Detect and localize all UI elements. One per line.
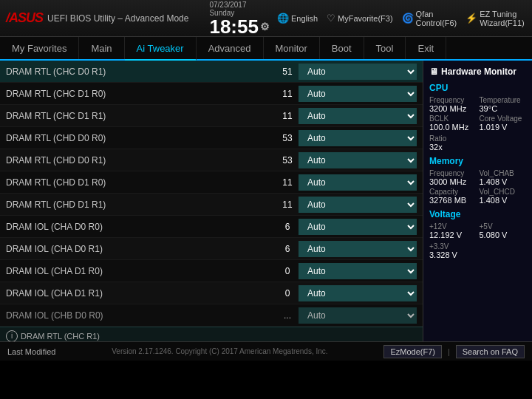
setting-row-0[interactable]: DRAM RTL (CHC D0 R1) 51 Auto <box>0 61 423 83</box>
dropdown-5[interactable]: Auto <box>299 174 417 191</box>
nav-boot[interactable]: Boot <box>320 37 364 59</box>
fan-icon: 🌀 <box>402 13 414 24</box>
info-text: DRAM RTL (CHC R1) <box>21 332 100 341</box>
search-faq-button[interactable]: Search on FAQ <box>456 345 525 358</box>
setting-row-6[interactable]: DRAM RTL (CHD D1 R1) 11 Auto <box>0 194 423 216</box>
nav-ai-tweaker[interactable]: Ai Tweaker <box>125 37 197 61</box>
ez-tuning-tool[interactable]: ⚡ EZ Tuning Wizard(F11) <box>466 10 525 27</box>
nav-advanced[interactable]: Advanced <box>197 37 264 59</box>
dropdown-6[interactable]: Auto <box>299 197 417 213</box>
cpu-core-voltage: Core Voltage 1.019 V <box>480 115 527 132</box>
full-header: /ASUS UEFI BIOS Utility – Advanced Mode … <box>0 0 532 37</box>
cpu-temp: Temperature 39°C <box>480 96 527 113</box>
language-icon: 🌐 <box>277 13 289 24</box>
voltage-section-title: Voltage <box>429 209 526 219</box>
memory-section-title: Memory <box>429 156 526 166</box>
info-icon: i <box>6 330 18 342</box>
dropdown-8[interactable]: Auto <box>299 241 417 257</box>
setting-row-7[interactable]: DRAM IOL (CHA D0 R0) 6 Auto <box>0 216 423 238</box>
setting-row-8[interactable]: DRAM IOL (CHA D0 R1) 6 Auto <box>0 238 423 260</box>
setting-row-1[interactable]: DRAM RTL (CHC D1 R0) 11 Auto <box>0 83 423 105</box>
dropdown-9[interactable]: Auto <box>299 263 417 279</box>
header-tools: 🌐 English ♡ MyFavorite(F3) 🌀 Qfan Contro… <box>277 10 532 27</box>
myfavorite-tool[interactable]: ♡ MyFavorite(F3) <box>327 13 393 24</box>
dropdown-1[interactable]: Auto <box>299 86 417 102</box>
mem-vol-chab: Vol_CHAB 1.408 V <box>480 169 527 186</box>
footer: Last Modified Version 2.17.1246. Copyrig… <box>0 341 532 361</box>
hardware-monitor-panel: 🖥 Hardware Monitor CPU Frequency 3200 MH… <box>423 61 532 341</box>
dropdown-4[interactable]: Auto <box>299 152 417 168</box>
hw-monitor-title: 🖥 Hardware Monitor <box>429 66 526 77</box>
nav-my-favorites[interactable]: My Favorites <box>0 37 79 59</box>
memory-grid: Frequency 3000 MHz Vol_CHAB 1.408 V Capa… <box>429 169 526 205</box>
asus-brand: /ASUS UEFI BIOS Utility – Advanced Mode <box>6 10 188 26</box>
english-tool[interactable]: 🌐 English <box>277 13 318 24</box>
time-display: 18:55 ⚙ <box>209 17 270 36</box>
volt-12v: +12V 12.192 V <box>429 222 477 239</box>
setting-row-10[interactable]: DRAM IOL (CHA D1 R1) 0 Auto <box>0 282 423 304</box>
ez-mode-button[interactable]: EzMode(F7) <box>383 345 442 358</box>
dropdown-7[interactable]: Auto <box>299 219 417 235</box>
bios-title: UEFI BIOS Utility – Advanced Mode <box>47 13 188 24</box>
navbar: My Favorites Main Ai Tweaker Advanced Mo… <box>0 37 532 61</box>
nav-exit[interactable]: Exit <box>406 37 446 59</box>
cpu-bclk: BCLK 100.0 MHz <box>429 115 477 132</box>
qfan-tool[interactable]: 🌀 Qfan Control(F6) <box>402 10 457 27</box>
dropdown-11[interactable]: Auto <box>299 307 417 324</box>
nav-tool[interactable]: Tool <box>364 37 406 59</box>
setting-row-3[interactable]: DRAM RTL (CHD D0 R0) 53 Auto <box>0 127 423 149</box>
mem-capacity: Capacity 32768 MB <box>429 188 477 205</box>
footer-separator: | <box>448 347 450 356</box>
footer-right: EzMode(F7) | Search on FAQ <box>383 345 525 358</box>
last-modified: Last Modified <box>7 347 55 356</box>
lightning-icon: ⚡ <box>466 13 477 24</box>
dropdown-2[interactable]: Auto <box>299 108 417 124</box>
nav-main[interactable]: Main <box>79 37 124 59</box>
dropdown-10[interactable]: Auto <box>299 285 417 301</box>
heart-icon: ♡ <box>327 13 335 24</box>
setting-row-11[interactable]: DRAM IOL (CHB D0 R0) ... Auto <box>0 304 423 327</box>
mem-vol-chcd: Vol_CHCD 1.408 V <box>480 188 527 205</box>
volt-33v: +3.3V 3.328 V <box>429 242 526 259</box>
mem-freq: Frequency 3000 MHz <box>429 169 477 186</box>
settings-panel: DRAM RTL (CHC D0 R1) 51 Auto DRAM RTL (C… <box>0 61 423 341</box>
setting-row-5[interactable]: DRAM RTL (CHD D1 R0) 11 Auto <box>0 171 423 194</box>
cpu-ratio: Ratio 32x <box>429 134 526 151</box>
cpu-section-title: CPU <box>429 83 526 93</box>
setting-row-9[interactable]: DRAM IOL (CHA D1 R0) 0 Auto <box>0 260 423 282</box>
gear-icon: ⚙ <box>260 21 270 32</box>
footer-copyright: Version 2.17.1246. Copyright (C) 2017 Am… <box>112 347 327 355</box>
bottom-info-bar: i DRAM RTL (CHC R1) <box>0 327 423 341</box>
date-display: 07/23/2017 Sunday <box>209 1 270 17</box>
dropdown-3[interactable]: Auto <box>299 130 417 146</box>
cpu-freq-label: Frequency 3200 MHz <box>429 96 477 113</box>
nav-monitor[interactable]: Monitor <box>264 37 320 59</box>
asus-logo: /ASUS <box>6 10 43 26</box>
monitor-icon: 🖥 <box>429 66 438 77</box>
setting-row-4[interactable]: DRAM RTL (CHD D0 R1) 53 Auto <box>0 149 423 171</box>
main-content: DRAM RTL (CHC D0 R1) 51 Auto DRAM RTL (C… <box>0 61 532 341</box>
setting-row-2[interactable]: DRAM RTL (CHC D1 R1) 11 Auto <box>0 105 423 127</box>
cpu-grid: Frequency 3200 MHz Temperature 39°C BCLK… <box>429 96 526 132</box>
dropdown-0[interactable]: Auto <box>299 64 417 80</box>
volt-5v: +5V 5.080 V <box>480 222 527 239</box>
voltage-grid: +12V 12.192 V +5V 5.080 V <box>429 222 526 239</box>
clock-area: 07/23/2017 Sunday 18:55 ⚙ <box>209 1 270 36</box>
